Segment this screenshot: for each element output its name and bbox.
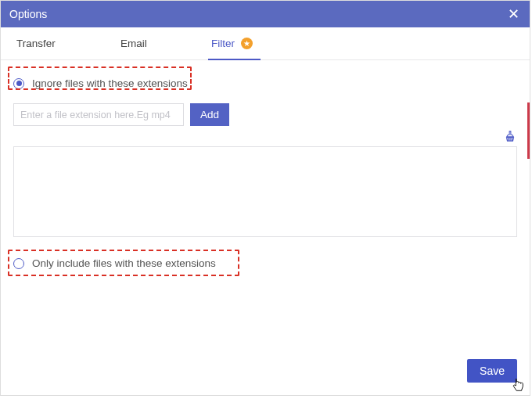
- extension-input[interactable]: [13, 103, 184, 126]
- tab-filter[interactable]: Filter ★: [202, 27, 262, 59]
- extensions-list[interactable]: [13, 146, 517, 237]
- tab-content: Ignore files with these extensions Add O…: [1, 60, 530, 269]
- tab-filter-label: Filter: [211, 38, 235, 49]
- tab-transfer-label: Transfer: [16, 38, 56, 49]
- save-button[interactable]: Save: [467, 359, 517, 383]
- clear-row: [13, 131, 517, 144]
- clear-list-icon[interactable]: [503, 131, 517, 144]
- close-icon[interactable]: ✕: [505, 7, 521, 21]
- annotation-highlight: [8, 250, 239, 276]
- dialog-title: Options: [9, 8, 47, 20]
- dialog-header: Options ✕: [1, 1, 530, 27]
- options-dialog: Options ✕ Transfer Email Filter ★ Ignore…: [0, 0, 530, 396]
- decorative-stripe: [527, 102, 530, 159]
- extension-input-row: Add: [13, 103, 517, 126]
- tabs-bar: Transfer Email Filter ★: [1, 27, 530, 60]
- add-button[interactable]: Add: [190, 103, 229, 126]
- tab-email-label: Email: [120, 38, 147, 49]
- annotation-highlight: [8, 66, 192, 90]
- tab-email[interactable]: Email: [111, 27, 161, 59]
- star-icon: ★: [241, 38, 253, 49]
- tab-transfer[interactable]: Transfer: [7, 27, 68, 59]
- dialog-footer: Save: [467, 359, 517, 383]
